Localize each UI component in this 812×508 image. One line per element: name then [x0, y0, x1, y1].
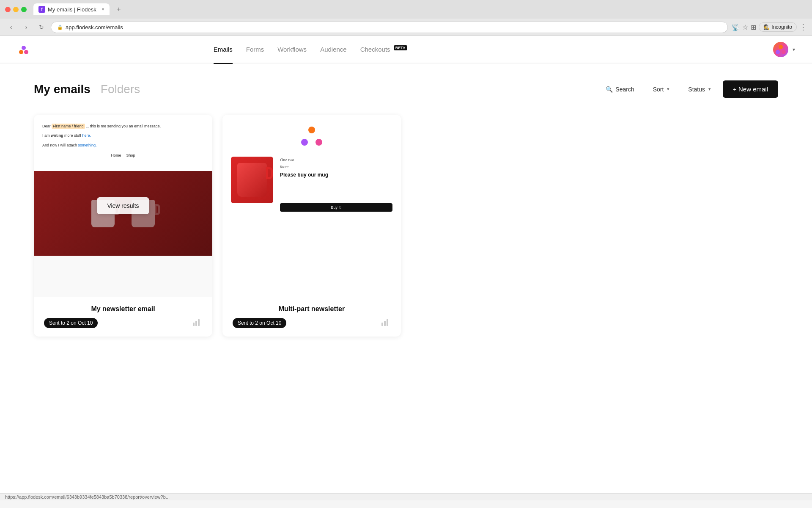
svg-point-0 [19, 50, 23, 54]
logo[interactable] [17, 43, 30, 56]
cast-icon: 📡 [731, 23, 740, 31]
new-tab-button[interactable]: + [113, 3, 125, 15]
view-results-button[interactable]: View results [97, 197, 149, 214]
tab-close-button[interactable]: × [102, 6, 104, 12]
status-url: https://app.flodesk.com/email/6343b9334f… [5, 494, 170, 500]
email-preview-1-content: Dear First name / friend ... this is me … [34, 115, 212, 171]
main-content: My emails Folders 🔍 Search Sort ▾ Status… [0, 64, 812, 353]
nav-right: ▾ [773, 42, 795, 57]
forward-button[interactable]: › [20, 21, 32, 33]
status-button[interactable]: Status ▾ [681, 82, 718, 97]
email-card-2-info: Multi-part newsletter Sent to 2 on Oct 1… [222, 297, 401, 337]
browser-right-icons: 📡 ☆ ⊞ 🕵 Incognito ⋮ [731, 22, 807, 32]
new-email-button[interactable]: + New email [723, 80, 778, 98]
preview-mug-image [231, 157, 273, 203]
page-header: My emails Folders 🔍 Search Sort ▾ Status… [34, 80, 778, 98]
status-chevron-icon: ▾ [708, 86, 711, 92]
preview-2-text-block: One two three Please buy our mug Buy it! [280, 157, 392, 212]
sort-button[interactable]: Sort ▾ [646, 82, 677, 97]
nav-audience[interactable]: Audience [320, 44, 347, 55]
logo-dot-left [301, 139, 308, 146]
address-bar[interactable]: 🔒 app.flodesk.com/emails [51, 22, 728, 33]
menu-icon[interactable]: ⋮ [799, 22, 807, 32]
nav-checkouts[interactable]: Checkouts BETA [360, 44, 407, 55]
top-nav: Emails Forms Workflows Audience Checkout… [0, 36, 812, 63]
incognito-badge: 🕵 Incognito [759, 22, 797, 32]
preview-2-heading: Please buy our mug [280, 172, 392, 178]
avatar[interactable] [773, 42, 788, 57]
minimize-window-button[interactable] [13, 7, 19, 12]
preview-logo [301, 127, 322, 146]
maximize-window-button[interactable] [21, 7, 27, 12]
email-preview-2: One two three Please buy our mug Buy it! [222, 115, 401, 297]
email-card-1-title: My newsletter email [44, 305, 202, 313]
folders-link[interactable]: Folders [101, 83, 140, 96]
email-card-1[interactable]: Dear First name / friend ... this is me … [34, 115, 212, 337]
tab-favicon: f [38, 6, 45, 13]
search-button[interactable]: 🔍 Search [599, 82, 641, 97]
email-card-1-footer: Sent to 2 on Oct 10 [44, 318, 202, 328]
svg-rect-3 [193, 323, 195, 326]
svg-rect-8 [387, 319, 388, 326]
page-header-left: My emails Folders [34, 83, 140, 96]
preview-buy-button: Buy it! [280, 203, 392, 212]
svg-rect-6 [381, 323, 383, 326]
view-results-overlay: View results [97, 197, 149, 214]
address-text: app.flodesk.com/emails [66, 24, 123, 30]
email-card-2[interactable]: One two three Please buy our mug Buy it!… [222, 115, 401, 337]
refresh-button[interactable]: ↻ [36, 21, 47, 33]
nav-forms[interactable]: Forms [246, 44, 264, 55]
close-window-button[interactable] [5, 7, 11, 12]
nav-emails[interactable]: Emails [214, 44, 233, 55]
email-preview-2-content: One two three Please buy our mug Buy it! [222, 115, 401, 220]
page-actions: 🔍 Search Sort ▾ Status ▾ + New email [599, 80, 778, 98]
page-title: My emails [34, 83, 91, 96]
status-bar: https://app.flodesk.com/email/6343b9334f… [0, 493, 812, 500]
email-card-2-footer: Sent to 2 on Oct 10 [233, 318, 391, 328]
beta-badge: BETA [394, 45, 407, 50]
app: Emails Forms Workflows Audience Checkout… [0, 36, 812, 493]
lock-icon: 🔒 [57, 25, 63, 30]
bookmark-icon[interactable]: ☆ [742, 23, 748, 31]
search-icon: 🔍 [606, 86, 613, 93]
email-grid: Dear First name / friend ... this is me … [34, 115, 778, 337]
account-chevron-icon[interactable]: ▾ [793, 47, 795, 52]
incognito-label: Incognito [771, 24, 792, 30]
email-card-2-sent-badge: Sent to 2 on Oct 10 [233, 318, 286, 328]
browser-titlebar: f My emails | Flodesk × + [0, 0, 812, 19]
svg-point-1 [24, 50, 28, 54]
email-card-1-info: My newsletter email Sent to 2 on Oct 10 [34, 297, 212, 337]
browser-toolbar: ‹ › ↻ 🔒 app.flodesk.com/emails 📡 ☆ ⊞ 🕵 I… [0, 19, 812, 36]
incognito-icon: 🕵 [763, 24, 770, 30]
svg-point-2 [22, 46, 26, 50]
email-preview-1: Dear First name / friend ... this is me … [34, 115, 212, 297]
preview-script-text: One two three [280, 157, 392, 170]
nav-workflows[interactable]: Workflows [277, 44, 307, 55]
email-card-1-sent-badge: Sent to 2 on Oct 10 [44, 318, 98, 328]
browser-chrome: f My emails | Flodesk × + ‹ › ↻ 🔒 app.fl… [0, 0, 812, 36]
tab-title: My emails | Flodesk [48, 6, 96, 13]
extension-icon[interactable]: ⊞ [751, 23, 756, 31]
sort-chevron-icon: ▾ [667, 86, 669, 92]
logo-dot-right [315, 139, 322, 146]
stats-icon-1[interactable] [193, 318, 202, 328]
svg-rect-4 [195, 321, 197, 326]
svg-rect-7 [384, 321, 386, 326]
browser-dots [5, 7, 27, 12]
stats-icon-2[interactable] [381, 318, 391, 328]
browser-tab[interactable]: f My emails | Flodesk × [33, 3, 110, 15]
nav-links: Emails Forms Workflows Audience Checkout… [214, 44, 407, 55]
logo-dot-top [308, 127, 315, 133]
preview-2-content-row: One two three Please buy our mug Buy it! [231, 157, 392, 212]
email-card-2-title: Multi-part newsletter [233, 305, 391, 313]
back-button[interactable]: ‹ [5, 21, 17, 33]
svg-rect-5 [198, 319, 200, 326]
